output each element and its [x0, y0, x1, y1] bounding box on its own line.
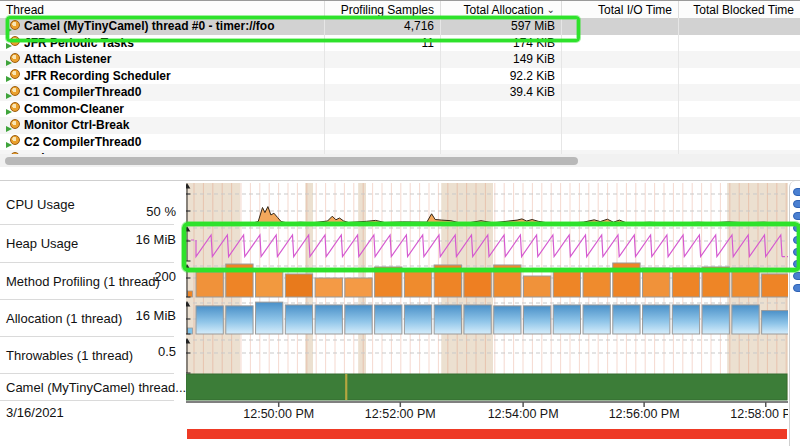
track-tick-value: 200 — [154, 269, 176, 284]
column-header-total-i-o-time[interactable]: Total I/O Time — [562, 1, 679, 18]
io-cell — [562, 101, 679, 118]
method-profiling-bar — [375, 267, 402, 297]
side-panel-item[interactable] — [793, 224, 800, 232]
thread-table-header: ThreadProfiling SamplesTotal Allocation⌄… — [0, 1, 800, 19]
timeline-plot-svg[interactable]: 12:50:00 PM12:52:00 PM12:54:00 PM12:56:0… — [186, 183, 788, 423]
blocked-cell — [679, 117, 800, 134]
side-panel-item[interactable] — [793, 248, 800, 256]
table-row[interactable]: Camel (MyTinyCamel) thread #0 - timer://… — [0, 18, 800, 35]
allocation-bar — [523, 306, 550, 334]
column-header-thread[interactable]: Thread — [0, 1, 325, 18]
right-edge-panel — [789, 181, 800, 446]
time-axis-label: 12:58:00 PM — [730, 407, 788, 421]
timeline-plot[interactable]: 12:50:00 PM12:52:00 PM12:54:00 PM12:56:0… — [186, 183, 788, 423]
thread-event-marker — [345, 374, 347, 400]
thread-name-cell: Attach Listener — [0, 51, 325, 68]
track-label-thread[interactable]: Camel (MyTinyCamel) thread... — [0, 373, 186, 400]
side-panel-item[interactable] — [793, 200, 800, 208]
method-profiling-bar — [732, 268, 759, 297]
method-profiling-bar — [404, 269, 431, 297]
column-header-total-blocked-time[interactable]: Total Blocked Time — [679, 1, 800, 18]
thread-icon-ring — [10, 69, 20, 79]
blocked-cell — [679, 134, 800, 151]
side-panel-item[interactable] — [793, 236, 800, 244]
blocked-cell — [679, 35, 800, 52]
date-label: 3/16/2021 — [6, 405, 64, 420]
allocation-cell: 39.4 KiB — [441, 84, 562, 101]
track-tick-value: 0.5 — [158, 344, 176, 359]
table-row[interactable]: Monitor Ctrl-Break — [0, 117, 800, 134]
time-range-selector[interactable] — [187, 429, 787, 439]
blocked-cell — [679, 84, 800, 101]
allocation-bar — [285, 305, 312, 334]
label-separator — [0, 262, 174, 263]
samples-cell — [325, 117, 441, 134]
io-cell — [562, 35, 679, 52]
track-label-method[interactable]: Method Profiling (1 thread)200 — [0, 262, 186, 299]
label-separator — [0, 373, 174, 374]
method-profiling-bar — [434, 265, 461, 297]
thread-name: C2 CompilerThread0 — [24, 135, 141, 149]
track-name: Heap Usage — [6, 236, 78, 251]
allocation-cell: 149 KiB — [441, 51, 562, 68]
thread-icon — [6, 69, 21, 82]
table-row[interactable]: Attach Listener149 KiB — [0, 51, 800, 68]
method-profiling-bar — [553, 270, 580, 297]
allocation-bar — [375, 305, 402, 334]
track-label-cpu[interactable]: CPU Usage50 % — [0, 183, 186, 224]
method-profiling-bar — [196, 272, 223, 297]
thread-name: JFR Periodic Tasks — [24, 36, 134, 50]
side-panel-item[interactable] — [793, 284, 800, 292]
thread-name-cell: JFR Periodic Tasks — [0, 35, 325, 52]
label-separator — [0, 336, 174, 337]
time-axis-label: 12:50:00 PM — [243, 407, 314, 421]
thread-icon — [6, 53, 21, 66]
side-panel-item[interactable] — [793, 212, 800, 220]
thread-icon-ring — [10, 86, 20, 96]
table-row[interactable]: JFR Recording Scheduler92.2 KiB — [0, 68, 800, 85]
track-label-throw[interactable]: Throwables (1 thread)0.5 — [0, 336, 186, 373]
table-row[interactable]: Common-Cleaner — [0, 101, 800, 118]
allocation-bar — [613, 305, 640, 334]
track-name: Throwables (1 thread) — [6, 347, 133, 362]
track-label-alloc[interactable]: Allocation (1 thread)16 MiB — [0, 299, 186, 336]
blocked-cell — [679, 51, 800, 68]
track-name: CPU Usage — [6, 196, 75, 211]
thread-icon — [6, 135, 21, 148]
method-profiling-bar — [285, 274, 312, 297]
allocation-bar — [315, 305, 342, 334]
allocation-bar — [494, 306, 521, 334]
side-panel-item[interactable] — [793, 260, 800, 268]
thread-name-cell: C2 CompilerThread0 — [0, 134, 325, 151]
column-header-total-allocation[interactable]: Total Allocation⌄ — [441, 1, 562, 18]
time-axis-label: 12:52:00 PM — [365, 407, 436, 421]
column-header-profiling-samples[interactable]: Profiling Samples — [325, 1, 441, 18]
side-panel-item[interactable] — [793, 188, 800, 196]
thread-name: Camel (MyTinyCamel) thread #0 - timer://… — [24, 19, 275, 33]
thread-icon-ring — [10, 53, 20, 63]
samples-cell — [325, 134, 441, 151]
track-name: Allocation (1 thread) — [6, 310, 122, 325]
allocation-bar — [226, 306, 253, 334]
allocation-cell — [441, 117, 562, 134]
table-row[interactable]: C1 CompilerThread039.4 KiB — [0, 84, 800, 101]
timeline-panel: CPU Usage50 %Heap Usage16 MiBMethod Prof… — [0, 180, 800, 446]
allocation-bar — [345, 305, 372, 334]
thread-icon-ring — [10, 119, 20, 129]
scrollbar-thumb[interactable] — [5, 157, 578, 165]
thread-icon — [6, 36, 21, 49]
thread-name: Attach Listener — [24, 52, 111, 66]
thread-icon-ring — [10, 20, 20, 30]
thread-icon-ring — [10, 102, 20, 112]
column-header-label: Thread — [6, 3, 44, 17]
column-header-label: Profiling Samples — [341, 3, 434, 17]
track-label-heap[interactable]: Heap Usage16 MiB — [0, 224, 186, 262]
table-horizontal-scrollbar[interactable] — [0, 154, 800, 167]
table-row[interactable]: JFR Periodic Tasks11174 KiB — [0, 35, 800, 52]
side-panel-item[interactable] — [793, 272, 800, 280]
method-profiling-bar — [643, 268, 670, 297]
allocation-cell: 174 KiB — [441, 35, 562, 52]
table-row[interactable]: C2 CompilerThread0 — [0, 134, 800, 151]
blocked-cell — [679, 101, 800, 118]
thread-name-cell: Monitor Ctrl-Break — [0, 117, 325, 134]
